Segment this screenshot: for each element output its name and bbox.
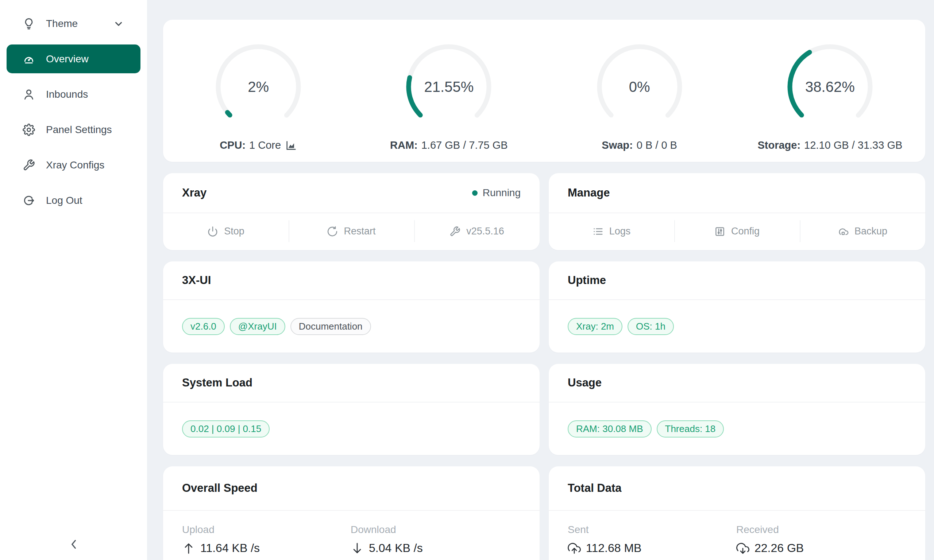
system-gauges-card: 2% CPU: 1 Core 21.55% — [163, 20, 925, 162]
total-data-card-title: Total Data — [568, 482, 622, 495]
sidebar-item-overview[interactable]: Overview — [6, 45, 140, 73]
sidebar-item-label: Log Out — [46, 195, 82, 206]
cloud-upload-icon — [568, 542, 581, 555]
ram-gauge: 21.55% RAM: 1.67 GB / 7.75 GB — [353, 43, 544, 151]
dashboard-gauge-icon — [23, 53, 35, 65]
user-icon — [23, 88, 35, 101]
sidebar-item-panel-settings[interactable]: Panel Settings — [6, 115, 140, 144]
os-uptime-tag: OS: 1h — [627, 318, 674, 335]
cpu-percent: 2% — [214, 43, 302, 131]
wrench-icon — [450, 226, 461, 237]
overall-speed-card-title: Overall Speed — [182, 482, 257, 495]
ram-label: RAM: 1.67 GB / 7.75 GB — [390, 139, 508, 151]
bulb-icon — [23, 17, 35, 30]
overall-speed-card: Overall Speed Upload 11.64 KB /s Downl — [163, 466, 539, 560]
sidebar-item-log-out[interactable]: Log Out — [6, 186, 140, 215]
uptime-card: Uptime Xray: 2m OS: 1h — [549, 262, 925, 352]
ram-usage-tag: RAM: 30.08 MB — [568, 420, 652, 437]
main-content: 2% CPU: 1 Core 21.55% — [147, 0, 934, 560]
swap-gauge: 0% Swap: 0 B / 0 B — [544, 43, 735, 151]
backup-button[interactable]: Backup — [800, 213, 925, 249]
arrow-down-icon — [351, 542, 364, 555]
power-icon — [207, 226, 218, 237]
storage-gauge: 38.62% Storage: 12.10 GB / 31.33 GB — [735, 43, 925, 151]
sidebar-item-label: Overview — [46, 53, 89, 65]
xray-status: Running — [472, 187, 521, 199]
sidebar-item-label: Panel Settings — [46, 124, 112, 135]
manage-card-title: Manage — [568, 186, 610, 199]
list-icon — [592, 226, 603, 237]
sidebar-item-label: Theme — [46, 18, 78, 29]
chevron-left-icon — [66, 537, 82, 554]
sidebar-item-inbounds[interactable]: Inbounds — [6, 80, 140, 109]
cpu-gauge: 2% CPU: 1 Core — [163, 43, 353, 151]
usage-card: Usage RAM: 30.08 MB Threads: 18 — [549, 364, 925, 455]
logs-button[interactable]: Logs — [549, 213, 674, 249]
cloud-download-icon — [736, 542, 749, 555]
swap-label: Swap: 0 B / 0 B — [602, 139, 677, 151]
system-load-card: System Load 0.02 | 0.09 | 0.15 — [163, 364, 539, 455]
version-tag[interactable]: v2.6.0 — [182, 318, 225, 335]
xray-card: Xray Running Stop — [163, 173, 539, 250]
manage-card: Manage Logs Config — [549, 173, 925, 250]
usage-card-title: Usage — [568, 376, 602, 389]
download-stat: Download 5.04 KB /s — [351, 524, 519, 555]
load-average-tag: 0.02 | 0.09 | 0.15 — [182, 420, 270, 437]
uptime-card-title: Uptime — [568, 274, 606, 287]
swap-percent: 0% — [596, 43, 683, 131]
arrow-up-icon — [182, 542, 195, 555]
sidebar: Theme Overview Inbounds Panel Settings — [0, 0, 147, 560]
config-button[interactable]: Config — [674, 213, 800, 249]
sidebar-item-xray-configs[interactable]: Xray Configs — [6, 151, 140, 179]
sidebar-item-label: Xray Configs — [46, 159, 104, 171]
cloud-backup-icon — [838, 226, 849, 237]
sent-stat: Sent 112.68 MB — [568, 524, 736, 555]
storage-label: Storage: 12.10 GB / 31.33 GB — [757, 139, 902, 151]
restart-icon — [327, 226, 338, 237]
xui-card-title: 3X-UI — [182, 274, 211, 287]
dashboard-page: Theme Overview Inbounds Panel Settings — [0, 0, 934, 560]
sidebar-item-theme[interactable]: Theme — [6, 9, 140, 38]
wrench-icon — [23, 159, 35, 171]
gear-icon — [23, 124, 35, 136]
sidebar-item-label: Inbounds — [46, 89, 88, 100]
xray-uptime-tag: Xray: 2m — [568, 318, 623, 335]
xrayui-tag[interactable]: @XrayUI — [230, 318, 285, 335]
chevron-down-icon — [113, 18, 124, 29]
running-dot-icon — [472, 190, 478, 196]
threads-tag: Threads: 18 — [657, 420, 724, 437]
sliders-icon — [714, 226, 725, 237]
total-data-card: Total Data Sent 112.68 MB Received — [549, 466, 925, 560]
received-stat: Received 22.26 GB — [736, 524, 905, 555]
xray-version-button[interactable]: v25.5.16 — [414, 213, 539, 249]
upload-stat: Upload 11.64 KB /s — [182, 524, 351, 555]
xui-card: 3X-UI v2.6.0 @XrayUI Documentation — [163, 262, 539, 352]
xray-stop-button[interactable]: Stop — [163, 213, 288, 249]
ram-percent: 21.55% — [405, 43, 493, 131]
storage-percent: 38.62% — [786, 43, 874, 131]
xray-restart-button[interactable]: Restart — [288, 213, 414, 249]
system-load-card-title: System Load — [182, 376, 253, 389]
xray-card-title: Xray — [182, 186, 207, 199]
logout-icon — [23, 194, 35, 207]
cpu-chart-icon[interactable] — [285, 140, 297, 151]
documentation-tag[interactable]: Documentation — [290, 318, 371, 335]
sidebar-collapse-button[interactable] — [0, 537, 147, 554]
cpu-label: CPU: 1 Core — [220, 139, 297, 151]
